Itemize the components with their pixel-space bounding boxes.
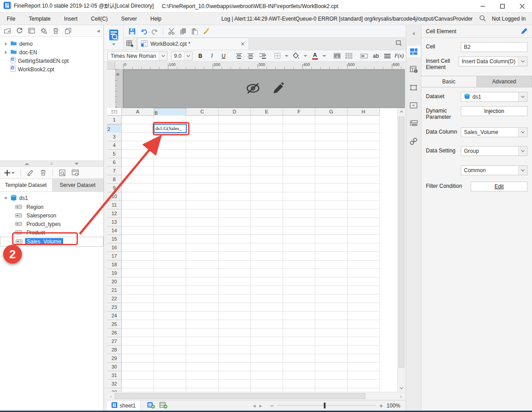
cell-e23[interactable] <box>251 303 283 312</box>
cell-e6[interactable] <box>251 158 283 167</box>
cell-d3[interactable] <box>219 133 251 141</box>
cell-d10[interactable] <box>219 192 251 201</box>
cell-h4[interactable] <box>348 141 380 150</box>
file-tree-item-workbook2cpt[interactable]: WorkBook2.cpt <box>0 65 103 74</box>
formula-button[interactable]: F(x) <box>395 52 403 61</box>
cell-d23[interactable] <box>219 303 251 312</box>
cell-f1[interactable] <box>283 116 315 124</box>
cell-d22[interactable] <box>219 295 251 303</box>
cell-a23[interactable] <box>122 303 154 312</box>
tab-template-dataset[interactable]: Template Dataset <box>0 179 52 191</box>
cell-c10[interactable] <box>186 192 219 201</box>
cell-b27[interactable] <box>154 337 186 346</box>
search-icon[interactable] <box>479 15 486 23</box>
cell-d21[interactable] <box>219 286 251 295</box>
cell-f5[interactable] <box>283 150 315 158</box>
cell-g26[interactable] <box>315 329 348 337</box>
cell-b31[interactable] <box>154 371 186 380</box>
menu-item-cellc[interactable]: Cell(C) <box>84 13 114 25</box>
cell-f18[interactable] <box>283 260 315 269</box>
borders-dropdown-caret[interactable] <box>285 55 288 57</box>
cell-d12[interactable] <box>219 209 251 218</box>
tab-list-icon[interactable] <box>396 40 402 47</box>
scroll-left-icon[interactable]: ‹ <box>107 394 115 399</box>
sheet-next-icon[interactable]: ▸ <box>259 403 262 409</box>
cell-f23[interactable] <box>283 303 315 312</box>
cell-a30[interactable] <box>122 363 154 371</box>
cell-f16[interactable] <box>283 243 315 252</box>
cell-g5[interactable] <box>315 150 348 158</box>
cell-g7[interactable] <box>315 167 348 175</box>
cell-f10[interactable] <box>283 192 315 201</box>
cell-c6[interactable] <box>186 158 219 167</box>
file-tree-item-demo[interactable]: demo <box>0 39 103 48</box>
select-all-corner[interactable] <box>107 108 122 116</box>
cell-a15[interactable] <box>122 235 154 243</box>
cell-h28[interactable] <box>348 346 380 354</box>
cell-h27[interactable] <box>348 337 380 346</box>
cell-a7[interactable] <box>122 167 154 175</box>
cell-a22[interactable] <box>122 295 154 303</box>
chevron-down-icon[interactable] <box>518 92 527 101</box>
cell-e4[interactable] <box>251 141 283 150</box>
cell-f22[interactable] <box>283 295 315 303</box>
filter-edit-button[interactable]: Edit <box>471 182 528 191</box>
cell-g6[interactable] <box>315 158 348 167</box>
cell-e17[interactable] <box>251 252 283 260</box>
cell-g15[interactable] <box>315 235 348 243</box>
cell-c26[interactable] <box>186 329 219 337</box>
panel-splitter[interactable]: = <box>0 160 103 167</box>
cell-d20[interactable] <box>219 278 251 286</box>
cell-b33[interactable] <box>154 388 186 392</box>
data-setting-select[interactable]: Group <box>461 146 528 156</box>
row-header-25[interactable]: 25 <box>107 320 122 329</box>
cell-g1[interactable] <box>315 116 348 124</box>
cell-f28[interactable] <box>283 346 315 354</box>
cell-b8[interactable] <box>154 175 186 184</box>
cell-a2[interactable] <box>122 124 154 133</box>
font-size-select[interactable]: 9.0 <box>171 52 193 61</box>
copy-doc-icon[interactable] <box>179 27 187 35</box>
tab-workbook2[interactable]: WorkBook2.cpt * ✕ <box>137 38 249 50</box>
cell-d2[interactable] <box>219 124 251 133</box>
cell-d4[interactable] <box>219 141 251 150</box>
cell-d1[interactable] <box>219 116 251 124</box>
cell-f21[interactable] <box>283 286 315 295</box>
cell-b17[interactable] <box>154 252 186 260</box>
cell-f19[interactable] <box>283 269 315 278</box>
cell-g2[interactable] <box>315 124 348 133</box>
dataset-config-icon[interactable] <box>71 169 79 177</box>
cell-e8[interactable] <box>251 175 283 184</box>
cell-a24[interactable] <box>122 312 154 320</box>
cell-h10[interactable] <box>348 192 380 201</box>
cell-h7[interactable] <box>348 167 380 175</box>
dataset-root[interactable]: ds1 <box>0 194 103 203</box>
cell-a33[interactable] <box>122 388 154 392</box>
cell-c28[interactable] <box>186 346 219 354</box>
dataset-field-region[interactable]: Region <box>0 203 103 211</box>
save-icon[interactable] <box>128 27 136 35</box>
sheet-prev-icon[interactable]: ◂ <box>253 403 256 409</box>
cell-h5[interactable] <box>348 150 380 158</box>
cell-c9[interactable] <box>186 184 219 192</box>
cell-b9[interactable] <box>154 184 186 192</box>
fill-color-button[interactable] <box>292 52 300 61</box>
cell-h14[interactable] <box>348 226 380 235</box>
tab-basic[interactable]: Basic <box>421 76 477 87</box>
cell-d24[interactable] <box>219 312 251 320</box>
cell-g20[interactable] <box>315 278 348 286</box>
cell-e22[interactable] <box>251 295 283 303</box>
cell-b18[interactable] <box>154 260 186 269</box>
cell-h13[interactable] <box>348 218 380 226</box>
copy-icon[interactable] <box>64 27 72 35</box>
cell-c12[interactable] <box>186 209 219 218</box>
cell-c17[interactable] <box>186 252 219 260</box>
cell-f29[interactable] <box>283 354 315 363</box>
row-header-32[interactable]: 32 <box>107 380 122 388</box>
cell-d15[interactable] <box>219 235 251 243</box>
cell-f13[interactable] <box>283 218 315 226</box>
cell-c11[interactable] <box>186 201 219 209</box>
cell-e27[interactable] <box>251 337 283 346</box>
cell-g9[interactable] <box>315 184 348 192</box>
cell-f8[interactable] <box>283 175 315 184</box>
